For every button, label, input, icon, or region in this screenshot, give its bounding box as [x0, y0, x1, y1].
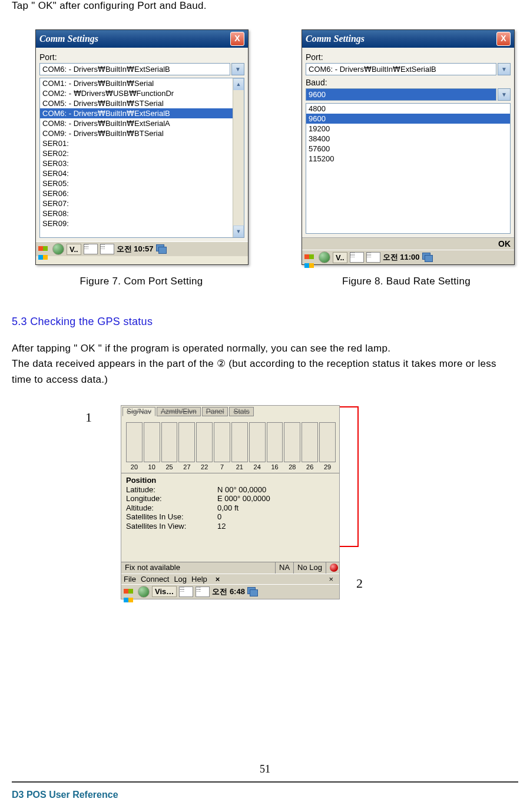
keyboard-icon[interactable]: ::::::::: [366, 252, 380, 263]
red-lamp-icon: [330, 564, 338, 572]
taskbar-time: 오전 10:57: [117, 244, 154, 254]
tab-azmth[interactable]: Azmth/Elvn: [157, 407, 201, 416]
signal-bar: [267, 422, 283, 462]
list-item[interactable]: 19200: [306, 124, 510, 134]
signal-bar: [144, 422, 160, 462]
keyboard-icon[interactable]: ::::::::: [84, 244, 98, 254]
menubar: File Connect Log Help × ×: [121, 574, 339, 584]
tab-signav[interactable]: Sig/Nav: [122, 407, 155, 416]
chevron-down-icon[interactable]: ▼: [498, 88, 511, 101]
list-item[interactable]: 115200: [306, 154, 510, 164]
taskbar-app-button[interactable]: Vis…: [152, 586, 177, 597]
gps-figure-wrap: 1 ① 2 Sig/Nav Azmth/Elvn Panel Stats 201…: [121, 405, 350, 599]
footer-text: D3 POS User Reference: [12, 790, 118, 800]
list-item[interactable]: SER06:: [40, 188, 244, 198]
port-combo[interactable]: COM6: - Drivers₩BuiltIn₩ExtSerialB: [39, 63, 230, 75]
list-item[interactable]: 57600: [306, 144, 510, 154]
list-item[interactable]: SER05:: [40, 178, 244, 188]
list-item[interactable]: COM9: - Drivers₩BuiltIn₩BTSerial: [40, 128, 244, 138]
windows-stack-icon[interactable]: [247, 587, 258, 596]
satellite-number: 24: [249, 463, 266, 470]
keyboard-icon[interactable]: ::::::::: [196, 586, 210, 597]
comm-settings-window-baud: Comm Settings X Port: COM6: - Drivers₩Bu…: [302, 29, 515, 265]
close-icon[interactable]: X: [496, 32, 511, 46]
scroll-up-icon[interactable]: ▲: [233, 78, 244, 90]
globe-icon[interactable]: [319, 251, 330, 263]
satellite-number: 20: [126, 463, 143, 470]
titlebar: Comm Settings X: [302, 30, 514, 48]
list-item[interactable]: COM5: - Drivers₩BuiltIn₩STSerial: [40, 98, 244, 108]
list-item[interactable]: 38400: [306, 134, 510, 144]
position-row: Longitude:E 000° 00,0000: [126, 494, 334, 503]
list-item[interactable]: COM6: - Drivers₩BuiltIn₩ExtSerialB: [40, 108, 244, 118]
keyboard-icon[interactable]: ::::::::: [350, 252, 364, 263]
list-item[interactable]: SER07:: [40, 198, 244, 208]
chevron-down-icon[interactable]: ▼: [231, 63, 244, 75]
port-combo[interactable]: COM6: - Drivers₩BuiltIn₩ExtSerialB: [306, 63, 496, 75]
start-icon[interactable]: [38, 244, 50, 254]
list-item[interactable]: SER01:: [40, 138, 244, 148]
port-label: Port:: [306, 52, 511, 62]
satellite-number: 10: [144, 463, 160, 470]
list-item[interactable]: SER03:: [40, 158, 244, 168]
list-item[interactable]: COM1: - Drivers₩BuiltIn₩Serial: [40, 78, 244, 88]
windows-stack-icon[interactable]: [156, 244, 167, 254]
list-item[interactable]: 9600: [306, 114, 510, 124]
intro-text: Tap " OK" after configuring Port and Bau…: [12, 0, 518, 12]
chevron-down-icon[interactable]: ▼: [498, 63, 511, 75]
keyboard-icon[interactable]: ::::::::: [100, 244, 114, 254]
satellite-number: 16: [267, 463, 283, 470]
position-row: Altitude:0,00 ft: [126, 503, 334, 513]
window-title: Comm Settings: [39, 34, 98, 44]
section-heading: 5.3 Checking the GPS status: [12, 316, 518, 328]
gps-status-window: Sig/Nav Azmth/Elvn Panel Stats 201025272…: [121, 405, 340, 599]
taskbar-app-button[interactable]: V..: [67, 244, 81, 255]
list-item[interactable]: COM2: - ₩Drivers₩USB₩FunctionDr: [40, 88, 244, 98]
ok-button[interactable]: OK: [498, 239, 511, 248]
paragraph: The data received appears in the part of…: [12, 356, 518, 387]
list-item[interactable]: 4800: [306, 104, 510, 114]
port-listbox[interactable]: COM1: - Drivers₩BuiltIn₩SerialCOM2: - ₩D…: [39, 78, 244, 238]
taskbar: V.. :::::::: :::::::: 오전 10:57: [36, 241, 248, 256]
taskbar: V.. :::::::: :::::::: 오전 11:00: [302, 250, 514, 264]
list-item[interactable]: COM8: - Drivers₩BuiltIn₩ExtSerialA: [40, 118, 244, 128]
menu-close-icon[interactable]: ×: [216, 575, 220, 584]
signal-bar: [161, 422, 178, 462]
satellite-number: 26: [302, 463, 318, 470]
globe-icon[interactable]: [52, 243, 64, 255]
paragraph: After tapping " OK " if the program is o…: [12, 341, 518, 356]
status-log: No Log: [294, 562, 326, 574]
signal-bar: [214, 422, 230, 462]
menu-connect[interactable]: Connect: [141, 575, 169, 584]
list-item[interactable]: SER09:: [40, 218, 244, 228]
position-title: Position: [126, 476, 334, 485]
start-icon[interactable]: [304, 252, 316, 263]
sip-close-icon[interactable]: ×: [325, 575, 337, 584]
menu-help[interactable]: Help: [191, 575, 207, 584]
tab-panel[interactable]: Panel: [202, 407, 228, 416]
globe-icon[interactable]: [138, 586, 150, 598]
menu-file[interactable]: File: [124, 575, 136, 584]
list-item[interactable]: SER02:: [40, 148, 244, 158]
list-item[interactable]: SER08:: [40, 208, 244, 218]
taskbar-app-button[interactable]: V..: [333, 252, 347, 263]
tab-stats[interactable]: Stats: [229, 407, 253, 416]
close-icon[interactable]: X: [230, 32, 244, 46]
start-icon[interactable]: [124, 586, 135, 597]
menu-log[interactable]: Log: [174, 575, 187, 584]
baud-combo[interactable]: 9600: [306, 88, 496, 101]
list-item[interactable]: SER04:: [40, 168, 244, 178]
satellite-number: 21: [231, 463, 248, 470]
fix-status: Fix not available: [121, 562, 276, 574]
titlebar: Comm Settings X: [36, 30, 248, 48]
baud-listbox[interactable]: 48009600192003840057600115200: [306, 103, 511, 234]
satellite-number: 28: [284, 463, 300, 470]
keyboard-icon[interactable]: ::::::::: [179, 586, 193, 597]
windows-stack-icon[interactable]: [422, 253, 433, 262]
scroll-down-icon[interactable]: ▼: [233, 226, 244, 237]
scrollbar[interactable]: ▲ ▼: [233, 78, 244, 237]
satellite-number: 29: [319, 463, 336, 470]
position-row: Latitude:N 00° 00,0000: [126, 485, 334, 495]
signal-bar: [302, 422, 318, 462]
position-block: Position Latitude:N 00° 00,0000 Longitud…: [121, 475, 339, 532]
